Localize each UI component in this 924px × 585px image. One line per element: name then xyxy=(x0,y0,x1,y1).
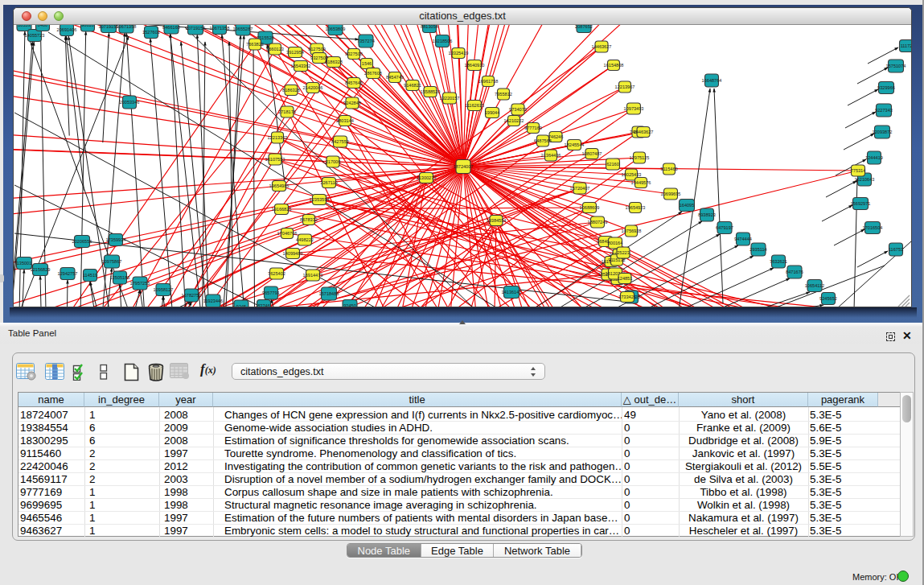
svg-text:17359934: 17359934 xyxy=(106,237,126,242)
svg-text:6487565: 6487565 xyxy=(534,138,552,143)
svg-text:10025433: 10025433 xyxy=(622,172,642,177)
svg-text:12093872: 12093872 xyxy=(873,130,893,134)
svg-text:20691406: 20691406 xyxy=(57,27,77,32)
svg-text:10688609: 10688609 xyxy=(580,205,600,210)
svg-text:12353594: 12353594 xyxy=(310,197,330,202)
svg-text:13325419: 13325419 xyxy=(449,51,469,56)
svg-text:17957255: 17957255 xyxy=(130,281,150,286)
svg-text:1733426: 1733426 xyxy=(618,295,636,299)
svg-text:10653809: 10653809 xyxy=(326,27,346,31)
svg-text:16154808: 16154808 xyxy=(604,63,624,68)
svg-text:8813054: 8813054 xyxy=(421,25,438,29)
svg-text:16210222: 16210222 xyxy=(504,118,524,123)
svg-text:12156829: 12156829 xyxy=(31,267,51,272)
svg-text:10975867: 10975867 xyxy=(102,259,122,264)
svg-text:12975125: 12975125 xyxy=(630,155,650,160)
svg-text:114519: 114519 xyxy=(83,273,97,278)
svg-text:199044: 199044 xyxy=(485,110,500,115)
svg-text:7632621: 7632621 xyxy=(770,259,787,264)
svg-text:775314: 775314 xyxy=(851,168,866,173)
svg-text:21364436: 21364436 xyxy=(541,153,561,158)
svg-text:1546: 1546 xyxy=(362,61,372,66)
svg-text:9245652: 9245652 xyxy=(819,296,837,301)
svg-text:3912954: 3912954 xyxy=(286,50,304,55)
svg-text:8427552: 8427552 xyxy=(331,139,349,144)
svg-text:15588520: 15588520 xyxy=(421,89,441,94)
svg-text:9227343: 9227343 xyxy=(875,108,893,113)
svg-text:11162615: 11162615 xyxy=(465,103,484,108)
svg-text:19218506: 19218506 xyxy=(433,39,453,43)
svg-text:18640910: 18640910 xyxy=(465,63,485,68)
svg-text:4498222: 4498222 xyxy=(296,237,314,242)
svg-text:7955812: 7955812 xyxy=(495,92,512,97)
svg-text:3267110: 3267110 xyxy=(320,180,337,185)
svg-text:16961758: 16961758 xyxy=(478,79,499,84)
svg-text:10807487: 10807487 xyxy=(582,151,602,156)
svg-text:10654112: 10654112 xyxy=(805,283,824,288)
svg-text:10973493: 10973493 xyxy=(624,106,644,111)
svg-text:13220157: 13220157 xyxy=(440,96,460,101)
svg-text:25223: 25223 xyxy=(617,250,630,255)
svg-text:10756928: 10756928 xyxy=(622,229,642,233)
svg-text:16914479: 16914479 xyxy=(303,273,323,278)
svg-text:17046766: 17046766 xyxy=(277,231,298,236)
svg-text:20053346: 20053346 xyxy=(120,100,140,105)
svg-text:18724007: 18724007 xyxy=(454,164,474,169)
svg-text:15720407: 15720407 xyxy=(570,186,590,191)
svg-text:14463627: 14463627 xyxy=(634,130,654,134)
svg-text:11172: 11172 xyxy=(901,43,911,48)
svg-text:15692971: 15692971 xyxy=(851,201,871,206)
svg-text:16107553: 16107553 xyxy=(265,157,285,162)
svg-text:164095: 164095 xyxy=(680,203,695,208)
svg-text:16648764: 16648764 xyxy=(702,78,722,83)
svg-text:14099489: 14099489 xyxy=(283,251,303,256)
svg-text:12213303: 12213303 xyxy=(268,135,288,140)
svg-text:11923446: 11923446 xyxy=(203,299,223,303)
svg-text:19654985: 19654985 xyxy=(269,183,290,188)
svg-text:2087652: 2087652 xyxy=(575,25,593,29)
svg-text:10671358: 10671358 xyxy=(210,26,230,31)
svg-text:10719155: 10719155 xyxy=(186,26,206,31)
svg-text:10655287: 10655287 xyxy=(233,27,253,31)
svg-text:9127509: 9127509 xyxy=(308,47,326,51)
svg-text:12213967: 12213967 xyxy=(615,84,635,89)
svg-text:10553: 10553 xyxy=(18,25,31,27)
svg-text:14055723: 14055723 xyxy=(25,33,45,38)
svg-text:14136141: 14136141 xyxy=(502,290,522,295)
svg-text:9115460: 9115460 xyxy=(660,167,677,171)
svg-text:800164: 800164 xyxy=(608,241,623,245)
svg-text:12505185: 12505185 xyxy=(110,275,130,280)
svg-text:13449576: 13449576 xyxy=(631,180,651,185)
svg-text:9657791: 9657791 xyxy=(262,290,280,295)
svg-text:16782759: 16782759 xyxy=(182,293,202,298)
svg-text:15751074: 15751074 xyxy=(886,64,906,68)
svg-text:8454749: 8454749 xyxy=(386,75,404,80)
svg-text:9734073: 9734073 xyxy=(509,107,527,112)
svg-text:19654923: 19654923 xyxy=(626,205,646,210)
svg-text:10699695: 10699695 xyxy=(661,192,681,196)
svg-text:15718485: 15718485 xyxy=(319,291,339,296)
svg-text:135001: 135001 xyxy=(17,261,32,266)
svg-text:9474444: 9474444 xyxy=(734,237,752,241)
svg-text:9327508: 9327508 xyxy=(345,51,363,56)
svg-text:6479197: 6479197 xyxy=(716,225,733,230)
svg-text:9777169: 9777169 xyxy=(524,126,542,130)
svg-text:8678332: 8678332 xyxy=(300,217,318,222)
svg-text:9329966: 9329966 xyxy=(877,85,895,90)
svg-text:19166825: 19166825 xyxy=(272,207,292,212)
svg-text:124851: 124851 xyxy=(618,276,633,281)
svg-text:10958127: 10958127 xyxy=(154,287,174,292)
svg-text:8457645: 8457645 xyxy=(345,80,363,85)
svg-text:8660123: 8660123 xyxy=(266,47,284,51)
svg-text:8186328: 8186328 xyxy=(325,60,343,64)
svg-text:19384554: 19384554 xyxy=(487,218,507,223)
svg-text:217006: 217006 xyxy=(326,159,341,164)
svg-text:2803144: 2803144 xyxy=(336,118,354,123)
svg-text:10671358: 10671358 xyxy=(117,25,137,29)
svg-text:18245544: 18245544 xyxy=(565,142,585,147)
svg-text:62160: 62160 xyxy=(606,162,619,167)
svg-text:16543362: 16543362 xyxy=(291,64,311,68)
svg-text:7625402: 7625402 xyxy=(268,271,285,276)
svg-text:116753: 116753 xyxy=(889,247,903,252)
svg-text:18807249: 18807249 xyxy=(588,220,608,225)
